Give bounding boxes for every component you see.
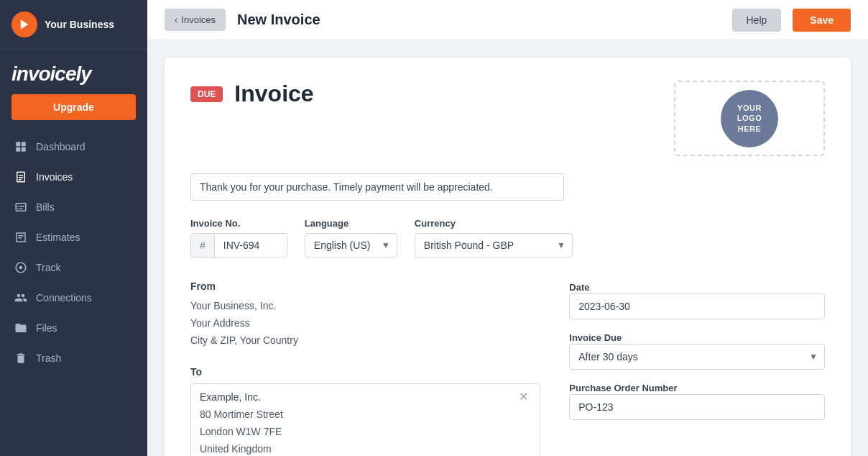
svg-rect-1 [16, 142, 20, 146]
to-company: Example, Inc. [200, 391, 261, 403]
date-label: Date [569, 282, 589, 293]
po-input[interactable] [569, 394, 825, 420]
from-section: From Your Business, Inc. Your Address Ci… [190, 281, 540, 349]
from-to-row: From Your Business, Inc. Your Address Ci… [190, 281, 825, 456]
trash-icon [14, 352, 27, 365]
sidebar-item-dashboard[interactable]: Dashboard [0, 132, 147, 162]
hash-prefix: # [191, 234, 215, 257]
sidebar-item-estimates[interactable]: Estimates [0, 222, 147, 252]
currency-select-wrapper: British Pound - GBP US Dollar - USD Euro… [415, 233, 573, 257]
main-content: ‹ Invoices New Invoice Help Save DUE Inv… [147, 0, 868, 456]
logo-circle: YOURLOGOHERE [721, 90, 778, 147]
invoice-due-label: Invoice Due [569, 332, 622, 343]
invoice-number-input[interactable] [215, 234, 287, 257]
sidebar-item-invoices[interactable]: Invoices [0, 162, 147, 192]
from-address1: Your Address [190, 315, 540, 332]
to-company-row: Example, Inc. ✕ [200, 390, 531, 403]
page-title: New Invoice [237, 12, 720, 28]
app-logo: invoicely [0, 50, 147, 94]
language-select-wrapper: English (US) English (UK) Spanish ▼ [305, 233, 397, 257]
from-label: From [190, 281, 540, 292]
sidebar-nav: Dashboard Invoices Bills Estimates Track… [0, 132, 147, 456]
back-button[interactable]: ‹ Invoices [165, 9, 226, 31]
to-address1: 80 Mortimer Street [200, 406, 531, 424]
invoice-number-label: Invoice No. [190, 218, 287, 229]
help-button[interactable]: Help [732, 9, 782, 32]
sidebar-label-dashboard: Dashboard [36, 141, 86, 152]
svg-marker-0 [21, 19, 29, 29]
invoice-title: Invoice [234, 81, 313, 107]
sidebar-label-bills: Bills [36, 201, 55, 213]
to-address3: United Kingdom [200, 441, 531, 456]
sidebar-label-invoices: Invoices [36, 171, 73, 183]
sidebar-label-track: Track [36, 262, 60, 273]
svg-rect-2 [22, 142, 26, 146]
business-name: Your Business [45, 19, 114, 30]
topbar: ‹ Invoices New Invoice Help Save [147, 0, 868, 40]
invoice-due-select-wrapper: After 30 days After 14 days After 7 days… [569, 344, 825, 370]
from-address2: City & ZIP, Your Country [190, 332, 540, 350]
invoices-icon [14, 170, 27, 183]
language-label: Language [305, 218, 397, 229]
sidebar-item-files[interactable]: Files [0, 313, 147, 343]
from-to-col: From Your Business, Inc. Your Address Ci… [190, 281, 540, 456]
invoice-card: DUE Invoice YOURLOGOHERE Invoice No. # [165, 58, 851, 456]
currency-select[interactable]: British Pound - GBP US Dollar - USD Euro… [415, 233, 573, 257]
estimates-icon [14, 231, 27, 244]
to-address2: London W1W 7FE [200, 424, 531, 441]
to-address: 80 Mortimer Street London W1W 7FE United… [200, 406, 531, 456]
sidebar-item-bills[interactable]: Bills [0, 192, 147, 222]
po-group: Purchase Order Number [569, 381, 825, 420]
due-badge: DUE [190, 86, 223, 102]
sidebar-item-trash[interactable]: Trash [0, 343, 147, 373]
clear-to-button[interactable]: ✕ [516, 390, 531, 403]
back-label: Invoices [181, 14, 216, 25]
sidebar: Your Business invoicely Upgrade Dashboar… [0, 0, 147, 456]
message-input[interactable] [190, 173, 564, 201]
save-button[interactable]: Save [793, 9, 851, 32]
content-area: DUE Invoice YOURLOGOHERE Invoice No. # [147, 40, 868, 456]
sidebar-label-trash: Trash [36, 352, 61, 364]
from-name: Your Business, Inc. [190, 298, 540, 315]
svg-point-5 [19, 266, 23, 270]
svg-rect-4 [22, 147, 26, 152]
invoice-header: DUE Invoice YOURLOGOHERE [190, 81, 825, 156]
dashboard-icon [14, 140, 27, 153]
invoice-due-select[interactable]: After 30 days After 14 days After 7 days… [569, 344, 825, 370]
from-address: Your Business, Inc. Your Address City & … [190, 298, 540, 349]
currency-group: Currency British Pound - GBP US Dollar -… [415, 218, 573, 257]
logo-placeholder[interactable]: YOURLOGOHERE [674, 81, 825, 156]
bills-icon [14, 201, 27, 214]
invoice-meta-row: Invoice No. # Language English (US) Engl… [190, 218, 825, 257]
connections-icon [14, 291, 27, 304]
back-chevron-icon: ‹ [175, 14, 177, 25]
date-input[interactable] [569, 293, 825, 319]
sidebar-label-files: Files [36, 322, 57, 334]
po-label: Purchase Order Number [569, 383, 677, 393]
date-section: Date Invoice Due After 30 days After 14 … [569, 281, 825, 456]
invoice-due-group: Invoice Due After 30 days After 14 days … [569, 331, 825, 370]
to-section: To Example, Inc. ✕ 80 Mortimer Street Lo… [190, 366, 540, 456]
track-icon [14, 261, 27, 274]
sidebar-item-track[interactable]: Track [0, 252, 147, 283]
language-group: Language English (US) English (UK) Spani… [305, 218, 397, 257]
brand-icon [11, 12, 37, 37]
upgrade-button[interactable]: Upgrade [11, 94, 136, 120]
to-input-wrapper: Example, Inc. ✕ 80 Mortimer Street Londo… [190, 383, 540, 456]
sidebar-item-connections[interactable]: Connections [0, 283, 147, 313]
to-label: To [190, 366, 540, 378]
invoice-number-group: Invoice No. # [190, 218, 287, 257]
sidebar-header: Your Business [0, 0, 147, 50]
language-select[interactable]: English (US) English (UK) Spanish [305, 233, 397, 257]
date-group: Date [569, 281, 825, 319]
files-icon [14, 322, 27, 334]
currency-label: Currency [415, 218, 573, 229]
invoice-number-wrapper: # [190, 233, 287, 257]
svg-rect-3 [16, 147, 20, 152]
sidebar-label-estimates: Estimates [36, 232, 80, 243]
invoice-title-area: DUE Invoice [190, 81, 314, 107]
sidebar-label-connections: Connections [36, 292, 92, 304]
